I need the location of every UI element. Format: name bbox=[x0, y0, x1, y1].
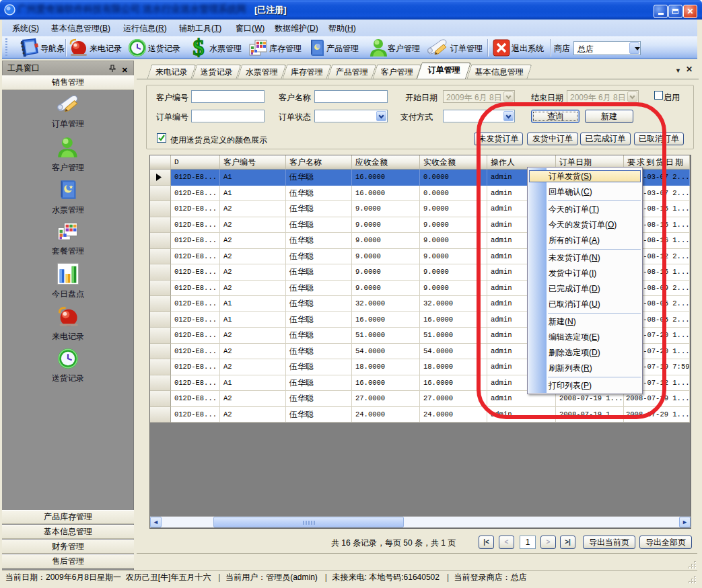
svg-text:$: $ bbox=[193, 37, 205, 59]
